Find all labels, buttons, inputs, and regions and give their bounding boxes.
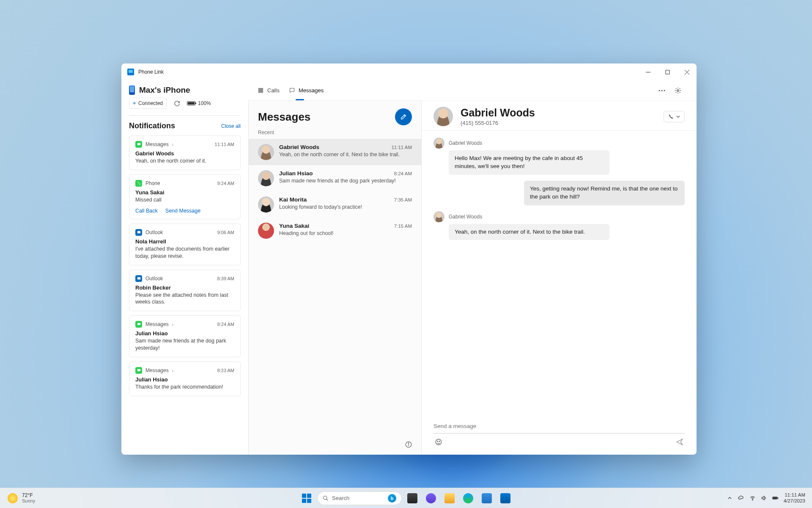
message-input[interactable] (433, 423, 685, 429)
battery-tray-icon[interactable] (772, 495, 779, 501)
device-header[interactable]: Max's iPhone (129, 80, 241, 97)
avatar (258, 170, 274, 186)
info-button[interactable] (403, 439, 414, 450)
system-tray[interactable]: 11:11 AM 4/27/2023 (727, 492, 812, 503)
svg-point-18 (677, 90, 679, 91)
avatar (258, 223, 274, 239)
compose-button[interactable] (395, 108, 412, 125)
phone-app-icon (135, 180, 142, 187)
svg-point-27 (752, 500, 753, 500)
phone-icon (129, 86, 135, 95)
svg-rect-14 (262, 91, 263, 93)
outlook-app-icon (135, 275, 142, 282)
notification-card[interactable]: Outlook 8:39 AM Robin Becker Please see … (129, 270, 241, 312)
bing-icon: b (388, 494, 396, 502)
task-view-button[interactable] (404, 490, 420, 506)
message-bubble: Hello Max! We are meeting by the cafe in… (449, 150, 609, 175)
chevron-down-icon (676, 115, 680, 119)
phonelink-taskbar-icon[interactable] (497, 490, 513, 506)
weather-cond: Sunny (22, 498, 35, 503)
svg-point-25 (324, 496, 327, 499)
messages-app-icon (135, 367, 142, 374)
conversation-item[interactable]: Gabriel Woods11:11 AM Yeah, on the north… (249, 139, 421, 165)
svg-rect-12 (259, 91, 260, 93)
notification-card[interactable]: Phone 9:24 AM Yuna Sakai Missed call Cal… (129, 174, 241, 219)
refresh-button[interactable] (171, 97, 183, 109)
connection-status: Connected (138, 100, 163, 106)
svg-rect-5 (137, 277, 140, 279)
clock[interactable]: 11:11 AM 4/27/2023 (784, 492, 805, 503)
window-title: Phone Link (138, 69, 164, 75)
chevron-right-icon: › (172, 368, 173, 373)
conversation-item[interactable]: Julian Hsiao8:24 AM Sam made new friends… (249, 165, 421, 191)
chevron-up-icon[interactable] (727, 495, 733, 501)
svg-rect-1 (666, 70, 669, 74)
minimize-button[interactable] (638, 64, 658, 80)
notification-card[interactable]: Messages › 8:24 AM Julian Hsiao Sam made… (129, 315, 241, 357)
device-name: Max's iPhone (139, 86, 190, 95)
chat-message-in: Gabriel Woods Yeah, on the north corner … (433, 211, 685, 240)
send-button[interactable] (675, 437, 685, 447)
notification-card[interactable]: Outlook 9:06 AM Nola Harrell I've attach… (129, 224, 241, 265)
more-button[interactable] (655, 84, 669, 97)
svg-point-15 (659, 90, 660, 91)
start-button[interactable] (299, 490, 315, 506)
avatar (258, 196, 274, 213)
store-taskbar-icon[interactable] (479, 490, 495, 506)
tab-bar: Calls Messages (248, 80, 697, 101)
titlebar[interactable]: Phone Link (121, 64, 697, 80)
chat-contact-number: (415) 555-0176 (461, 120, 535, 126)
battery-icon (187, 101, 195, 105)
svg-rect-7 (260, 88, 261, 90)
message-bubble: Yeah, on the north corner of it. Next to… (449, 224, 609, 240)
taskbar-search[interactable]: Search b (317, 491, 402, 505)
connection-pill[interactable]: ⌖ Connected (129, 98, 167, 109)
taskbar[interactable]: 72°F Sunny Search b 11:11 A (0, 488, 812, 508)
send-message-button[interactable]: Send Message (165, 208, 200, 214)
weather-widget[interactable]: 72°F Sunny (0, 493, 35, 503)
tab-messages[interactable]: Messages (289, 80, 324, 100)
svg-point-16 (661, 90, 663, 91)
search-icon (323, 495, 329, 501)
onedrive-icon[interactable] (738, 495, 744, 501)
svg-rect-13 (260, 91, 261, 93)
battery-percent: 100% (198, 100, 211, 106)
svg-rect-30 (778, 497, 778, 498)
chat-panel: Gabriel Woods (415) 555-0176 Gabriel Woo… (422, 101, 697, 455)
emoji-button[interactable] (433, 437, 444, 447)
call-back-button[interactable]: Call Back (135, 208, 158, 214)
svg-rect-29 (773, 497, 777, 499)
call-dropdown-button[interactable] (664, 111, 685, 122)
maximize-button[interactable] (658, 64, 677, 80)
chat-message-in: Gabriel Woods Hello Max! We are meeting … (433, 138, 685, 175)
close-all-button[interactable]: Close all (221, 123, 241, 129)
chevron-right-icon: › (172, 322, 173, 327)
tab-calls[interactable]: Calls (258, 80, 280, 100)
messages-app-icon (135, 321, 142, 328)
settings-button[interactable] (671, 84, 685, 97)
notification-card[interactable]: Messages › 8:23 AM Julian Hsiao Thanks f… (129, 362, 241, 396)
notification-card[interactable]: Messages › 11:11 AM Gabriel Woods Yeah, … (129, 135, 241, 170)
explorer-taskbar-icon[interactable] (442, 490, 458, 506)
outlook-app-icon (135, 229, 142, 236)
edge-taskbar-icon[interactable] (460, 490, 476, 506)
chevron-right-icon: › (172, 142, 173, 147)
chat-contact-name: Gabriel Woods (461, 107, 535, 119)
volume-icon[interactable] (761, 495, 767, 501)
svg-rect-6 (259, 88, 260, 90)
close-button[interactable] (677, 64, 697, 80)
chat-taskbar-icon[interactable] (423, 490, 439, 506)
chat-body: Gabriel Woods Hello Max! We are meeting … (422, 131, 697, 414)
bluetooth-icon: ⌖ (133, 100, 136, 107)
chat-header: Gabriel Woods (415) 555-0176 (422, 101, 697, 131)
wifi-icon[interactable] (749, 495, 756, 501)
weather-icon (8, 493, 18, 503)
svg-point-22 (436, 439, 442, 445)
messages-app-icon (135, 141, 142, 148)
conversation-item[interactable]: Yuna Sakai7:15 AM Heading out for school… (249, 218, 421, 244)
svg-point-24 (439, 441, 440, 442)
svg-rect-11 (262, 90, 263, 91)
conversation-item[interactable]: Kai Morita7:35 AM Looking forward to tod… (249, 191, 421, 218)
composer (422, 414, 697, 455)
notifications-list: Messages › 11:11 AM Gabriel Woods Yeah, … (129, 135, 241, 447)
